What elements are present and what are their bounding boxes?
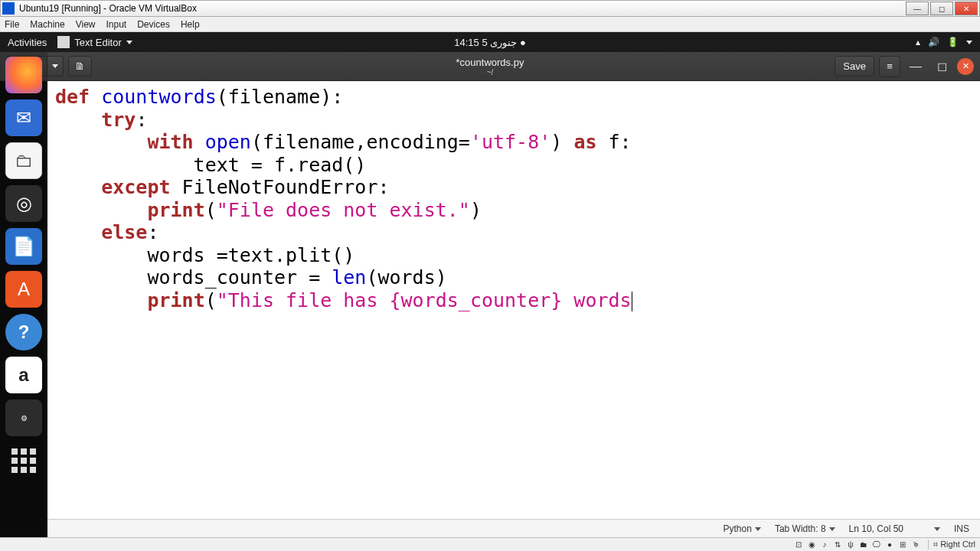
grid-icon [11, 448, 36, 473]
builtin-print: print [147, 289, 204, 311]
dock-rhythmbox[interactable]: ◎ [5, 185, 42, 222]
app-menu-label: Text Editor [74, 37, 121, 48]
string-literal: "This file has {words_counter} words [217, 289, 632, 311]
filename-label: *countwords.py [456, 57, 524, 68]
window-maximize-button[interactable]: ◻ [931, 56, 952, 77]
dock-amazon[interactable]: a [5, 357, 42, 393]
vbox-usb-icon[interactable]: ψ [845, 540, 856, 550]
chevron-down-icon [126, 41, 132, 44]
dock-show-apps[interactable] [5, 442, 42, 479]
dock-help[interactable]: ? [5, 314, 42, 350]
ubuntu-dock: ✉ 🗀 ◎ 📄 A ? a ⚙ [0, 52, 47, 537]
dock-libreoffice-writer[interactable]: 📄 [5, 228, 42, 265]
vbox-menu-devices[interactable]: Devices [137, 19, 170, 30]
save-button[interactable]: Save [835, 56, 874, 77]
vbox-title: Ubuntu19 [Running] - Oracle VM VirtualBo… [19, 3, 197, 14]
filepath-label: ~/ [456, 68, 524, 77]
clock[interactable]: جنوری 5 14:15 ● [454, 37, 526, 48]
window-close-button[interactable]: ✕ [957, 58, 974, 75]
dock-java-ee[interactable]: ⚙ [5, 399, 42, 436]
chevron-down-icon [755, 527, 761, 531]
tab-width-selector[interactable]: Tab Width: 8 [775, 523, 835, 534]
dock-files[interactable]: 🗀 [5, 142, 42, 179]
network-icon: ▴ [916, 37, 920, 47]
builtin-open: open [205, 131, 251, 153]
string-literal: 'utf-8' [470, 131, 550, 153]
volume-icon: 🔊 [928, 37, 939, 47]
code-editor[interactable]: def countwords(filename): try: with open… [47, 81, 980, 519]
app-menu[interactable]: Text Editor [57, 36, 132, 48]
dock-thunderbird[interactable]: ✉ [5, 99, 42, 136]
vbox-menubar: File Machine View Input Devices Help [0, 17, 980, 32]
vbox-display-icon[interactable]: 🖵 [871, 540, 882, 550]
new-document-icon: 🗎 [75, 60, 85, 72]
vbox-menu-help[interactable]: Help [181, 19, 200, 30]
virtualbox-window: Ubuntu19 [Running] - Oracle VM VirtualBo… [0, 0, 980, 551]
chevron-down-icon [934, 527, 940, 531]
vbox-statusbar: ⊡ ◉ ♪ ⇅ ψ 🖿 🖵 ● ⊞ 🖰 ⌗ Right Ctrl [0, 537, 980, 551]
dock-firefox[interactable] [5, 57, 42, 93]
activities-button[interactable]: Activities [8, 37, 47, 48]
keyword-as: as [573, 131, 596, 153]
vbox-menu-input[interactable]: Input [106, 19, 127, 30]
function-name: countwords [101, 86, 217, 108]
vbox-shared-folder-icon[interactable]: 🖿 [858, 540, 869, 550]
vbox-harddisk-icon[interactable]: ⊡ [793, 540, 804, 550]
insert-mode[interactable]: INS [954, 523, 969, 534]
builtin-len: len [332, 266, 366, 289]
vbox-close-button[interactable]: ✕ [955, 2, 978, 15]
vbox-recording-icon[interactable]: ● [884, 540, 895, 550]
vbox-cpu-icon[interactable]: ⊞ [897, 540, 908, 550]
vbox-menu-file[interactable]: File [5, 19, 19, 30]
vbox-app-icon [2, 2, 15, 15]
vbox-minimize-button[interactable]: — [906, 2, 929, 15]
hamburger-icon: ≡ [887, 60, 893, 72]
keyword-with: with [147, 131, 193, 153]
window-minimize-button[interactable]: — [905, 56, 926, 77]
gedit-statusbar: Python Tab Width: 8 Ln 10, Col 50 INS [47, 519, 980, 537]
keyword-except: except [101, 176, 170, 198]
vbox-audio-icon[interactable]: ♪ [819, 540, 830, 550]
text-editor-icon [57, 36, 70, 48]
gedit-headerbar: Open 🗎 *countwords.py ~/ Save ≡ [0, 52, 980, 81]
string-literal: "File does not exist." [217, 199, 470, 221]
vbox-menu-machine[interactable]: Machine [30, 19, 64, 30]
vbox-optical-icon[interactable]: ◉ [806, 540, 817, 550]
keyword-try: try [101, 109, 136, 131]
keyword-def: def [55, 86, 90, 108]
editor-viewport: def countwords(filename): try: with open… [47, 81, 980, 519]
document-title: *countwords.py ~/ [456, 57, 524, 77]
keyword-else: else [101, 221, 147, 243]
vbox-network-icon[interactable]: ⇅ [832, 540, 843, 550]
battery-icon: 🔋 [947, 37, 959, 47]
guest-screen: Activities Text Editor جنوری 5 14:15 ● ▴… [0, 32, 980, 537]
chevron-down-icon [966, 41, 972, 44]
chevron-down-icon [829, 527, 835, 531]
new-tab-button[interactable]: 🗎 [68, 56, 92, 77]
vbox-maximize-button[interactable]: ◻ [930, 2, 953, 15]
vbox-titlebar: Ubuntu19 [Running] - Oracle VM VirtualBo… [0, 0, 980, 17]
system-indicators[interactable]: ▴ 🔊 🔋 [916, 37, 972, 47]
vbox-mouse-icon[interactable]: 🖰 [910, 540, 921, 550]
text-cursor [632, 292, 632, 311]
save-label: Save [843, 60, 866, 72]
dock-ubuntu-software[interactable]: A [5, 271, 42, 308]
builtin-print: print [147, 199, 204, 221]
cursor-position[interactable]: Ln 10, Col 50 [849, 523, 940, 534]
chevron-down-icon [52, 64, 58, 68]
gnome-topbar: Activities Text Editor جنوری 5 14:15 ● ▴… [0, 32, 980, 52]
open-recent-dropdown[interactable] [47, 56, 64, 77]
hamburger-menu-button[interactable]: ≡ [879, 56, 900, 77]
vbox-menu-view[interactable]: View [76, 19, 96, 30]
vbox-host-key[interactable]: ⌗ Right Ctrl [928, 540, 975, 549]
language-selector[interactable]: Python [724, 523, 761, 534]
